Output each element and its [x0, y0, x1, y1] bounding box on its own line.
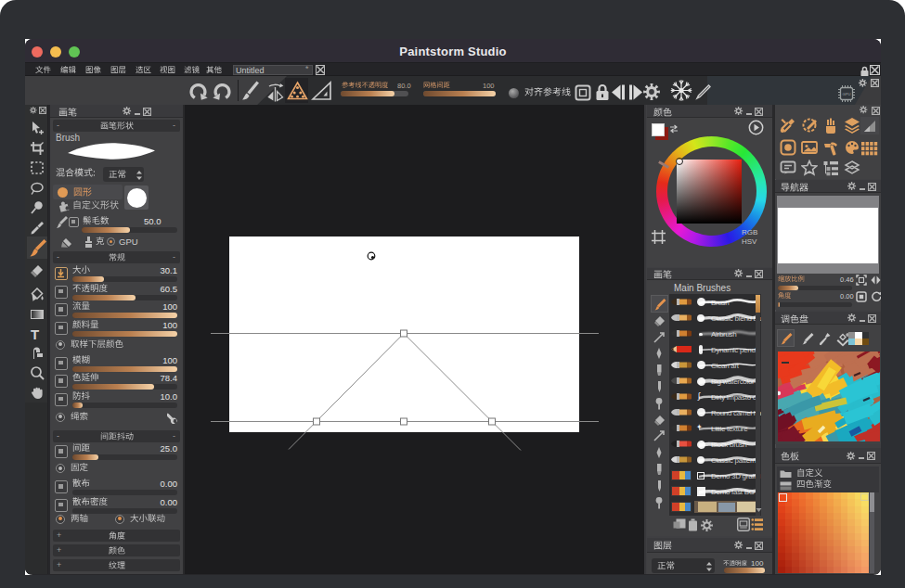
svg-text:GPU: GPU	[842, 92, 850, 96]
